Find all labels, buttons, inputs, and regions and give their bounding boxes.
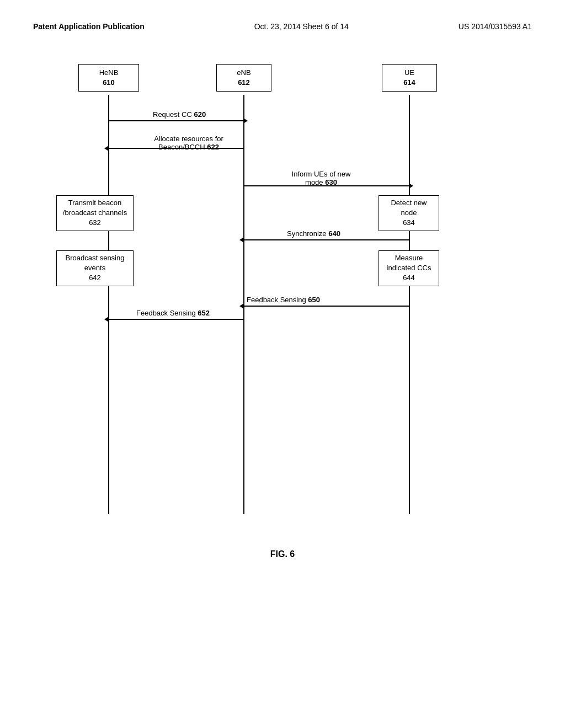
feedback-650-label: Feedback Sensing 650	[247, 296, 320, 304]
request-cc-arrow	[109, 120, 243, 121]
feedback-652-label: Feedback Sensing 652	[136, 309, 210, 317]
enb-label: eNB	[237, 68, 250, 77]
feedback-650-arrow	[244, 306, 409, 307]
diagram: HeNB 610 eNB 612 UE 614 Request CC 620 A	[45, 64, 520, 533]
feedback-652-arrow	[109, 319, 243, 320]
ue-box: UE 614	[382, 64, 437, 92]
lifeline-henb	[108, 95, 109, 514]
henb-ref: 610	[83, 78, 134, 88]
henb-label: HeNB	[99, 68, 119, 77]
fig-label: FIG. 6	[33, 549, 532, 559]
inform-ues-label: Inform UEs of new mode 630	[266, 170, 376, 186]
header-center: Oct. 23, 2014 Sheet 6 of 14	[254, 22, 349, 31]
allocate-label: Allocate resources for Beacon/BCCH 622	[139, 135, 238, 151]
page: Patent Application Publication Oct. 23, …	[0, 0, 565, 728]
ue-ref: 614	[387, 78, 432, 88]
synchronize-label: Synchronize 640	[287, 229, 340, 238]
detect-new-node-box: Detect new node 634	[379, 195, 439, 231]
enb-box: eNB 612	[216, 64, 271, 92]
broadcast-sensing-box: Broadcast sensing events 642	[56, 250, 134, 286]
henb-box: HeNB 610	[78, 64, 139, 92]
measure-box: Measure indicated CCs 644	[379, 250, 439, 286]
ue-label: UE	[404, 68, 414, 77]
header-left: Patent Application Publication	[33, 22, 145, 31]
lifeline-ue	[409, 95, 410, 514]
enb-ref: 612	[221, 78, 266, 88]
synchronize-arrow	[244, 239, 409, 240]
transmit-beacon-box: Transmit beacon /broadcast channels 632	[56, 195, 134, 231]
header-right: US 2014/0315593 A1	[459, 22, 532, 31]
request-cc-label: Request CC 620	[153, 110, 206, 119]
header: Patent Application Publication Oct. 23, …	[33, 22, 532, 31]
